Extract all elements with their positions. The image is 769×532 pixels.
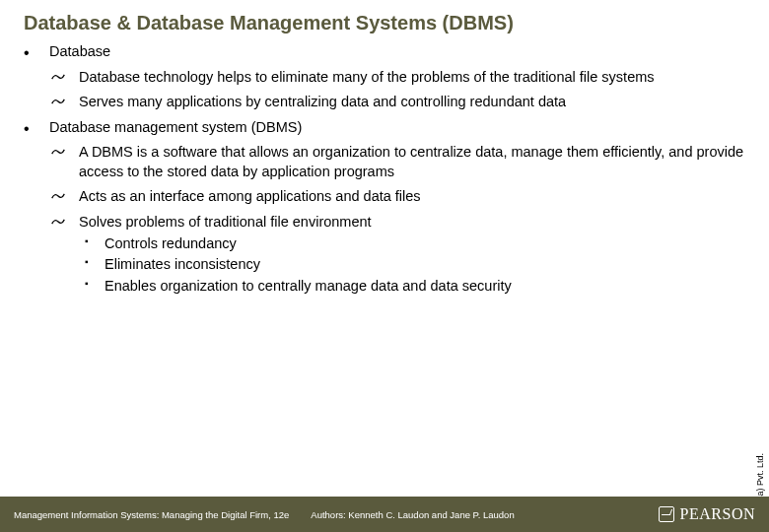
sub-bullet: A DBMS is a software that allows an orga… [49,143,745,181]
tertiary-bullet: Eliminates inconsistency [79,255,745,275]
sub-bullet: Acts as an interface among applications … [49,187,745,207]
tertiary-bullet: Enables organization to centrally manage… [79,277,745,297]
sub-bullet: Serves many applications by centralizing… [49,93,745,112]
footer-authors-text: Authors: Kenneth C. Laudon and Jane P. L… [311,509,514,520]
bullet-heading: Database [49,42,745,62]
bullet-list-level2: A DBMS is a software that allows an orga… [49,143,745,296]
sub-bullet-text: Database technology helps to eliminate m… [79,69,655,85]
slide: Database & Database Management Systems (… [0,0,769,532]
bullet-database: Database Database technology helps to el… [24,42,745,112]
bullet-list-level1: Database Database technology helps to el… [24,42,745,296]
slide-title: Database & Database Management Systems (… [24,12,745,34]
sub-bullet-text: Solves problems of traditional file envi… [79,214,372,230]
footer-bar: Management Information Systems: Managing… [0,497,769,532]
brand-logo: PEARSON [659,505,755,523]
pearson-icon [659,506,674,522]
sub-bullet-text: Acts as an interface among applications … [79,188,421,204]
sub-bullet-text: Serves many applications by centralizing… [79,94,566,109]
footer-left-text: Management Information Systems: Managing… [14,509,289,520]
tertiary-text: Enables organization to centrally manage… [105,278,512,294]
bullet-list-level3: Controls redundancy Eliminates inconsist… [79,234,745,297]
bullet-list-level2: Database technology helps to eliminate m… [49,68,745,112]
slide-content: Database Database technology helps to el… [24,42,745,296]
sub-bullet-text: A DBMS is a software that allows an orga… [79,144,743,179]
bullet-dbms: Database management system (DBMS) A DBMS… [24,118,745,297]
bullet-heading: Database management system (DBMS) [49,118,745,138]
sub-bullet: Database technology helps to eliminate m… [49,68,745,88]
sub-bullet: Solves problems of traditional file envi… [49,213,745,296]
brand-text: PEARSON [680,505,755,523]
tertiary-text: Controls redundancy [105,235,237,251]
tertiary-bullet: Controls redundancy [79,234,745,254]
copyright-sidebar: Copyright © 2013 Dorling Kindersley (Ind… [751,118,765,453]
tertiary-text: Eliminates inconsistency [105,256,260,272]
